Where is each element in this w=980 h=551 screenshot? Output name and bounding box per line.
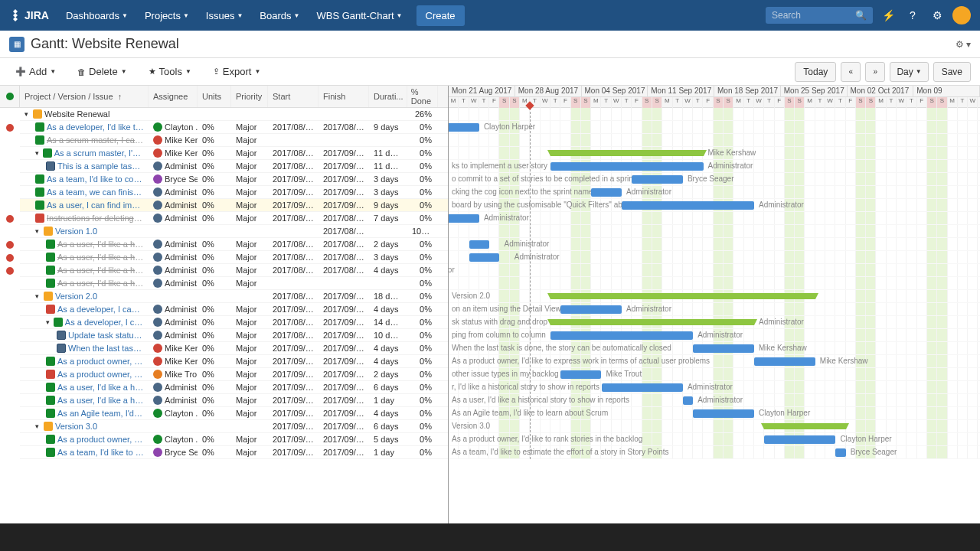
issue-name[interactable]: As a user, I'd like a hist...: [57, 383, 144, 392]
issue-name[interactable]: As a user, I'd like a hist...: [57, 253, 144, 262]
help-icon[interactable]: ?: [903, 6, 922, 24]
gantt-bar[interactable]: [622, 201, 754, 210]
table-row[interactable]: As a user, I'd like a hist...Administ...…: [20, 264, 448, 277]
gantt-bar[interactable]: [560, 305, 622, 314]
gantt-bar[interactable]: [754, 357, 815, 366]
gantt-row[interactable]: strator: [449, 264, 980, 277]
search-box[interactable]: 🔍: [766, 7, 873, 24]
gantt-row[interactable]: [449, 225, 980, 238]
nav-item[interactable]: WBS Gantt-Chart ▼: [309, 5, 410, 26]
expand-toggle[interactable]: ▾: [24, 110, 31, 118]
create-button[interactable]: Create: [416, 5, 465, 26]
gantt-bar[interactable]: [560, 370, 601, 379]
col-units[interactable]: Units: [198, 86, 231, 107]
gantt-bar[interactable]: [764, 423, 845, 429]
issue-name[interactable]: As a product owner, I'...: [57, 370, 144, 379]
issue-name[interactable]: As a developer, I can u...: [65, 318, 144, 327]
issue-name[interactable]: This is a sample task. T...: [57, 161, 144, 171]
issue-name[interactable]: Version 1.0: [55, 227, 97, 236]
issue-name[interactable]: When the last task ...: [68, 344, 144, 353]
nav-item[interactable]: Issues ▼: [198, 5, 251, 26]
user-avatar[interactable]: [952, 6, 971, 24]
gantt-bar[interactable]: [683, 396, 693, 405]
gantt-row[interactable]: cking the cog icon next to the sprint na…: [449, 186, 980, 199]
table-row[interactable]: As a team, I'd like to com...Bryce Se...…: [20, 173, 448, 186]
gantt-row[interactable]: sk status with drag and dropAdministrato…: [449, 316, 980, 329]
gantt-bar[interactable]: [469, 253, 500, 262]
issue-name[interactable]: As an Agile team, I'd li...: [57, 409, 144, 418]
table-row[interactable]: As a scrum master, I can s...Mike Ker...…: [20, 134, 448, 147]
gantt-row[interactable]: Mike Kershaw: [449, 147, 980, 160]
issue-name[interactable]: As a developer, I'd like to ...: [47, 122, 144, 132]
gantt-row[interactable]: o commit to a set of stories to be compl…: [449, 173, 980, 186]
gantt-row[interactable]: Version 2.0: [449, 290, 980, 303]
table-row[interactable]: As a team, I'd like to es...Bryce Se...0…: [20, 446, 448, 459]
gantt-row[interactable]: r, I'd like a historical story to show i…: [449, 381, 980, 394]
table-row[interactable]: ▾Version 1.02017/08/17100%: [20, 225, 448, 238]
gantt-bar[interactable]: [591, 188, 622, 197]
col-priority[interactable]: Priority: [231, 86, 268, 107]
gantt-row[interactable]: Version 3.0: [449, 420, 980, 433]
expand-toggle[interactable]: ▾: [35, 292, 41, 300]
issue-name[interactable]: As a scrum master, I can s...: [47, 135, 144, 145]
table-row[interactable]: As a user, I can find impor...Administ..…: [20, 199, 448, 212]
expand-toggle[interactable]: ▾: [35, 149, 41, 157]
nav-item[interactable]: Boards ▼: [252, 5, 307, 26]
table-row[interactable]: As a product owner, I'...Mike Ker...0%Ma…: [20, 355, 448, 368]
issue-name[interactable]: Website Renewal: [44, 109, 109, 119]
table-row[interactable]: As a user, I'd like a hist...Administ...…: [20, 394, 448, 407]
gantt-row[interactable]: [449, 134, 980, 147]
feedback-icon[interactable]: ⚡: [879, 6, 897, 24]
table-row[interactable]: Instructions for deleting t...Administ..…: [20, 212, 448, 225]
issue-name[interactable]: Version 2.0: [55, 292, 97, 301]
nav-item[interactable]: Projects ▼: [137, 5, 197, 26]
issue-name[interactable]: As a user, I'd like a hist...: [57, 279, 144, 288]
gantt-row[interactable]: Administrator: [449, 212, 980, 225]
delete-button[interactable]: 🗑Delete▼: [71, 63, 133, 80]
table-row[interactable]: As a user, I'd like a hist...Administ...…: [20, 277, 448, 290]
gantt-row[interactable]: [449, 277, 980, 290]
issue-name[interactable]: As a user, I'd like a hist...: [57, 396, 144, 405]
gantt-bar[interactable]: [449, 214, 479, 223]
page-settings-icon[interactable]: ⚙ ▾: [956, 39, 971, 50]
table-row[interactable]: This is a sample task. T...Administ...0%…: [20, 160, 448, 173]
gantt-bar[interactable]: [764, 435, 835, 444]
zoom-unit-button[interactable]: Day▼: [890, 62, 928, 82]
issue-name[interactable]: As a product owner, I'...: [57, 357, 144, 366]
prev-button[interactable]: «: [841, 62, 861, 82]
issue-name[interactable]: As a user, I'd like a hist...: [57, 240, 144, 249]
issue-name[interactable]: As a team, I'd like to com...: [47, 174, 144, 184]
next-button[interactable]: »: [865, 62, 885, 82]
gantt-bar[interactable]: [693, 344, 754, 353]
gantt-row[interactable]: When the last task is done, the story ca…: [449, 342, 980, 355]
issue-name[interactable]: As a scrum master, I'd like ...: [54, 148, 144, 158]
table-row[interactable]: ▾Version 2.02017/08/312017/09/2518 days0…: [20, 290, 448, 303]
gantt-bar[interactable]: [550, 319, 754, 325]
col-done[interactable]: % Done: [407, 86, 438, 107]
gantt-row[interactable]: As a user, I'd like a historical story t…: [449, 394, 980, 407]
gantt-row[interactable]: As a product owner, I'd like to rank sto…: [449, 433, 980, 446]
gantt-bar[interactable]: [469, 240, 490, 249]
table-row[interactable]: ▾As a developer, I can u...Administ...0%…: [20, 316, 448, 329]
gantt-bar[interactable]: [550, 162, 704, 171]
gantt-bar[interactable]: [550, 331, 693, 340]
nav-item[interactable]: Dashboards ▼: [58, 5, 136, 26]
gantt-row[interactable]: Clayton Harper: [449, 121, 980, 134]
issue-name[interactable]: As a user, I can find impor...: [47, 201, 144, 210]
gantt-bar[interactable]: [449, 123, 479, 132]
issue-name[interactable]: Update task status ...: [68, 331, 144, 340]
gantt-bar[interactable]: [550, 150, 704, 156]
gantt-bar[interactable]: [693, 409, 754, 418]
table-row[interactable]: As a user, I'd like a hist...Administ...…: [20, 238, 448, 251]
gantt-row[interactable]: ping from column to columnAdministrator: [449, 329, 980, 342]
settings-icon[interactable]: ⚙: [928, 6, 946, 24]
expand-toggle[interactable]: ▾: [35, 227, 41, 235]
table-row[interactable]: As a product owner, I'...Mike Tro...0%Ma…: [20, 368, 448, 381]
table-row[interactable]: As a developer, I'd like to ...Clayton .…: [20, 121, 448, 134]
search-input[interactable]: [772, 10, 855, 21]
export-button[interactable]: ⇪Export▼: [207, 63, 267, 80]
gantt-row[interactable]: ks to implement a user storyAdministrato…: [449, 160, 980, 173]
table-row[interactable]: As a developer, I can u...Administ...0%M…: [20, 303, 448, 316]
issue-name[interactable]: As a developer, I can u...: [57, 305, 144, 314]
expand-toggle[interactable]: ▾: [46, 318, 51, 326]
